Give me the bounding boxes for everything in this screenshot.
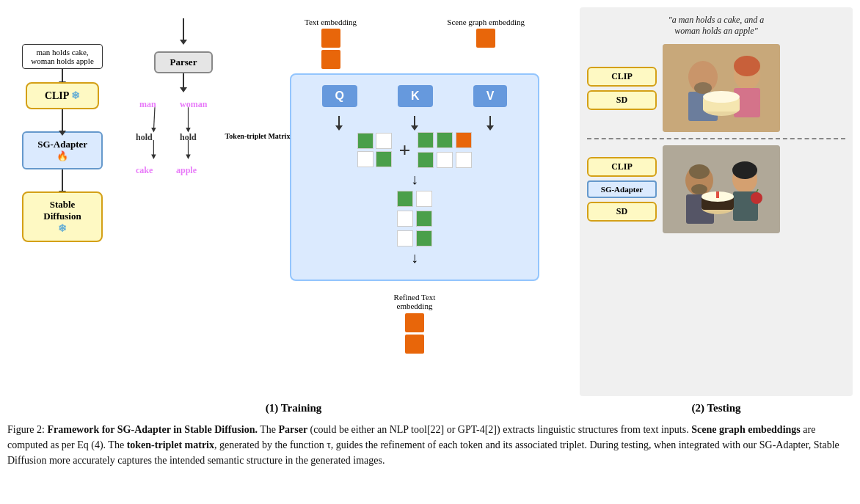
arrow-parser-to-graph [183, 73, 184, 88]
right-matrix [418, 132, 472, 168]
bm-r1-c2 [416, 191, 432, 207]
caption-text1: The [258, 424, 279, 435]
bm-r1-c1 [397, 191, 413, 207]
sg-adapter-label: SG-Adapter [37, 139, 87, 150]
input-text-box: man holds cake, woman holds apple [22, 44, 103, 69]
node-man: man [139, 99, 156, 110]
caption-bold1: Framework for SG-Adapter in Stable Diffu… [47, 424, 257, 435]
parser-box: Parser [154, 51, 213, 73]
testing-quote: "a man holds a cake, and a woman holds a… [587, 15, 845, 37]
token-triplet-label: Token-triplet Matrix [221, 132, 294, 140]
svg-point-21 [691, 184, 707, 194]
panel-labels: (1) Training (2) Testing [7, 402, 853, 414]
plus-sign: + [399, 139, 411, 162]
training-panel: man holds cake, woman holds apple CLIP ❄… [7, 7, 580, 396]
node-woman: woman [180, 99, 207, 110]
qkv-row: Q K V [302, 85, 528, 107]
bottom-matrix [302, 191, 528, 246]
node-cake: cake [136, 165, 153, 176]
test-badges-1: CLIP SD [587, 67, 657, 110]
clip-label: CLIP [45, 90, 69, 101]
training-label: (1) Training [7, 402, 580, 414]
scene-graph-embedding-label: Scene graph embedding [447, 18, 525, 69]
arrow-clip-to-sgadapter [62, 109, 63, 131]
graph-area: man woman hold hold cake apple [125, 95, 242, 213]
testing-panel: "a man holds a cake, and a woman holds a… [580, 7, 853, 396]
token-triplet-matrix [357, 133, 392, 167]
rm-r2-c2 [437, 152, 453, 168]
svg-marker-7 [186, 154, 191, 159]
test-clip-badge-2: CLIP [587, 157, 657, 177]
clip-snowflake-icon: ❄ [71, 90, 80, 101]
test-sd-badge-2: SD [587, 202, 657, 222]
caption-text2: (could be either an NLP tool[22] or GPT-… [307, 424, 691, 435]
bm-r3-c1 [397, 230, 413, 246]
attention-block: Q K V Token-tripl [290, 73, 539, 281]
test-image-2 [663, 145, 780, 233]
middle-col: Parser [117, 15, 249, 213]
v-button[interactable]: V [473, 85, 508, 107]
stable-diffusion-label: Stable Diffusion [43, 199, 81, 222]
svg-point-22 [689, 164, 710, 179]
arrow-to-parser [183, 18, 184, 40]
caption-prefix: Figure 2: [7, 424, 47, 435]
test-divider [587, 138, 845, 139]
svg-point-11 [694, 82, 712, 94]
bm-r2-c1 [397, 211, 413, 227]
cell-2-2 [376, 151, 392, 167]
attn-arrow-down: ↓ [302, 171, 528, 188]
svg-point-30 [751, 192, 762, 204]
caption-bold4: token-triplet matrix [127, 439, 214, 450]
refined-box-2 [405, 335, 424, 354]
test-sga-badge: SG-Adapter [587, 180, 657, 198]
cell-2-1 [357, 151, 373, 167]
text-embedding-label: Text embedding [305, 18, 357, 69]
svg-point-14 [734, 56, 760, 76]
output-embed: Refined Text embedding [394, 293, 436, 354]
k-button[interactable]: K [398, 85, 433, 107]
clip-box: CLIP ❄ [26, 82, 99, 109]
arrow-q-down [338, 116, 340, 126]
node-hold2: hold [180, 132, 197, 143]
testing-row-2: CLIP SG-Adapter SD [587, 145, 845, 233]
svg-point-17 [703, 91, 740, 103]
caption: Figure 2: Framework for SG-Adapter in St… [7, 422, 853, 468]
arrow-input-to-clip [62, 69, 63, 82]
arrow-sgadapter-to-sd [62, 169, 63, 191]
text-embed-box-1 [321, 29, 340, 48]
stable-diffusion-box: Stable Diffusion ❄ [22, 191, 103, 242]
text-embed-box-2 [321, 50, 340, 69]
cell-1-1 [357, 133, 373, 149]
refined-box-1 [405, 313, 424, 332]
caption-bold2: Parser [278, 424, 307, 435]
svg-rect-8 [663, 44, 780, 132]
svg-marker-6 [151, 154, 156, 159]
sd-snowflake-icon: ❄ [58, 223, 67, 234]
svg-rect-29 [716, 191, 719, 198]
q-button[interactable]: Q [322, 85, 357, 107]
rm-r1-c3 [456, 132, 472, 148]
bm-r3-c2 [416, 230, 432, 246]
svg-rect-18 [663, 145, 780, 233]
sg-adapter-box: SG-Adapter 🔥 [22, 131, 103, 169]
testing-row-1: CLIP SD [587, 44, 845, 132]
arrow-v-down [489, 116, 491, 126]
test-clip-badge-1: CLIP [587, 67, 657, 87]
refined-label: Refined Text embedding [394, 293, 436, 310]
rm-r1-c2 [437, 132, 453, 148]
cell-1-2 [376, 133, 392, 149]
left-col: man holds cake, woman holds apple CLIP ❄… [15, 15, 110, 242]
test-sd-badge-1: SD [587, 90, 657, 110]
sg-embed-box-1 [476, 29, 495, 48]
rm-r2-c1 [418, 152, 434, 168]
rm-r2-c3 [456, 152, 472, 168]
svg-point-25 [732, 161, 757, 179]
diagram-area: man holds cake, woman holds apple CLIP ❄… [7, 7, 853, 396]
testing-label: (2) Testing [580, 402, 853, 414]
arrow-k-down [414, 116, 415, 126]
training-inner: man holds cake, woman holds apple CLIP ❄… [15, 15, 572, 367]
test-image-1 [663, 44, 780, 132]
node-apple: apple [176, 165, 197, 176]
bm-r2-c2 [416, 211, 432, 227]
main-container: man holds cake, woman holds apple CLIP ❄… [7, 7, 853, 468]
